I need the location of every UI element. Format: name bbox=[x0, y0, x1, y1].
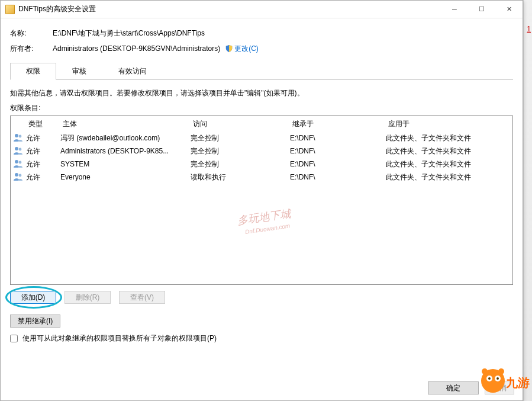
maximize-button[interactable]: ☐ bbox=[468, 1, 495, 18]
owner-label: 所有者: bbox=[10, 44, 53, 54]
advanced-security-window: DNFTips的高级安全设置 ─ ☐ ✕ 名称: E:\DNF\地下城与勇士\s… bbox=[0, 0, 523, 401]
svg-point-3 bbox=[19, 147, 22, 150]
table-row[interactable]: 允许Administrators (DESKTOP-9K85...完全控制E:\… bbox=[11, 145, 512, 158]
svg-point-0 bbox=[15, 134, 18, 137]
titlebar: DNFTips的高级安全设置 ─ ☐ ✕ bbox=[1, 1, 523, 18]
table-row[interactable]: 允许冯羽 (swdebailei@outlook.com)完全控制E:\DNF\… bbox=[11, 131, 512, 145]
tab-audit[interactable]: 审核 bbox=[56, 63, 102, 80]
cell-type: 允许 bbox=[26, 159, 60, 169]
cell-access: 完全控制 bbox=[191, 146, 290, 156]
user-group-icon bbox=[14, 146, 23, 155]
disable-inheritance-button[interactable]: 禁用继承(I) bbox=[10, 315, 60, 328]
user-group-icon bbox=[14, 172, 23, 181]
grid-header: 类型 主体 访问 继承于 应用于 bbox=[11, 116, 512, 131]
svg-point-1 bbox=[19, 134, 22, 137]
cell-inherited: E:\DNF\ bbox=[290, 134, 386, 142]
folder-icon bbox=[5, 5, 15, 14]
owner-value: Administrators (DESKTOP-9K85GVN\Administ… bbox=[53, 44, 220, 53]
cell-principal: 冯羽 (swdebailei@outlook.com) bbox=[60, 133, 191, 143]
name-label: 名称: bbox=[10, 28, 53, 39]
replace-child-perms-label[interactable]: 使用可从此对象继承的权限项目替换所有子对象的权限项目(P) bbox=[22, 333, 217, 344]
tab-bar: 权限 审核 有效访问 bbox=[10, 62, 513, 80]
permission-entries-label: 权限条目: bbox=[10, 103, 513, 113]
remove-button: 删除(R) bbox=[65, 291, 111, 304]
add-button[interactable]: 添加(D) bbox=[10, 291, 56, 304]
cell-inherited: E:\DNF\ bbox=[290, 160, 386, 168]
cell-applies: 此文件夹、子文件夹和文件 bbox=[386, 172, 512, 182]
name-value: E:\DNF\地下城与勇士\start\Cross\Apps\DNFTips bbox=[53, 28, 205, 39]
cancel-button: 取消 bbox=[485, 381, 514, 394]
cell-access: 读取和执行 bbox=[191, 172, 290, 182]
cell-type: 允许 bbox=[26, 172, 60, 182]
cell-principal: Everyone bbox=[60, 173, 191, 181]
col-type[interactable]: 类型 bbox=[28, 119, 63, 129]
ok-button[interactable]: 确定 bbox=[428, 381, 479, 394]
cell-principal: SYSTEM bbox=[60, 160, 191, 168]
change-owner-link[interactable]: 更改(C) bbox=[234, 44, 259, 54]
background-strip bbox=[523, 0, 532, 401]
cell-access: 完全控制 bbox=[191, 133, 290, 143]
cell-applies: 此文件夹、子文件夹和文件 bbox=[386, 146, 512, 156]
side-number: 1 bbox=[527, 25, 531, 33]
cell-inherited: E:\DNF\ bbox=[290, 173, 386, 181]
replace-child-perms-checkbox[interactable] bbox=[10, 335, 18, 342]
svg-point-5 bbox=[19, 161, 22, 163]
cell-applies: 此文件夹、子文件夹和文件 bbox=[386, 133, 512, 143]
svg-point-2 bbox=[15, 147, 18, 150]
cell-inherited: E:\DNF\ bbox=[290, 147, 386, 155]
col-inherited[interactable]: 继承于 bbox=[292, 119, 388, 129]
window-title: DNFTips的高级安全设置 bbox=[18, 4, 96, 14]
minimize-button[interactable]: ─ bbox=[441, 1, 468, 18]
cell-applies: 此文件夹、子文件夹和文件 bbox=[386, 159, 512, 169]
svg-point-4 bbox=[15, 160, 18, 163]
table-row[interactable]: 允许SYSTEM完全控制E:\DNF\此文件夹、子文件夹和文件 bbox=[11, 158, 512, 171]
cell-access: 完全控制 bbox=[191, 159, 290, 169]
user-group-icon bbox=[14, 159, 23, 168]
col-applies[interactable]: 应用于 bbox=[388, 119, 512, 129]
svg-point-6 bbox=[15, 173, 18, 177]
shield-icon bbox=[225, 44, 233, 53]
svg-point-7 bbox=[19, 174, 22, 177]
col-principal[interactable]: 主体 bbox=[63, 119, 193, 129]
permission-grid[interactable]: 类型 主体 访问 继承于 应用于 允许冯羽 (swdebailei@outloo… bbox=[10, 116, 513, 285]
instruction-text: 如需其他信息，请双击权限项目。若要修改权限项目，请选择该项目并单击"编辑"(如果… bbox=[10, 88, 513, 98]
user-group-icon bbox=[14, 133, 23, 142]
tab-permissions[interactable]: 权限 bbox=[10, 63, 56, 80]
dialog-footer: 确定 取消 bbox=[428, 381, 514, 394]
table-row[interactable]: 允许Everyone读取和执行E:\DNF\此文件夹、子文件夹和文件 bbox=[11, 171, 512, 184]
cell-type: 允许 bbox=[26, 146, 60, 156]
view-button: 查看(V) bbox=[119, 291, 165, 304]
cell-principal: Administrators (DESKTOP-9K85... bbox=[60, 147, 191, 155]
close-button[interactable]: ✕ bbox=[495, 1, 523, 18]
cell-type: 允许 bbox=[26, 133, 60, 143]
tab-effective-access[interactable]: 有效访问 bbox=[102, 63, 163, 80]
col-access[interactable]: 访问 bbox=[193, 119, 292, 129]
